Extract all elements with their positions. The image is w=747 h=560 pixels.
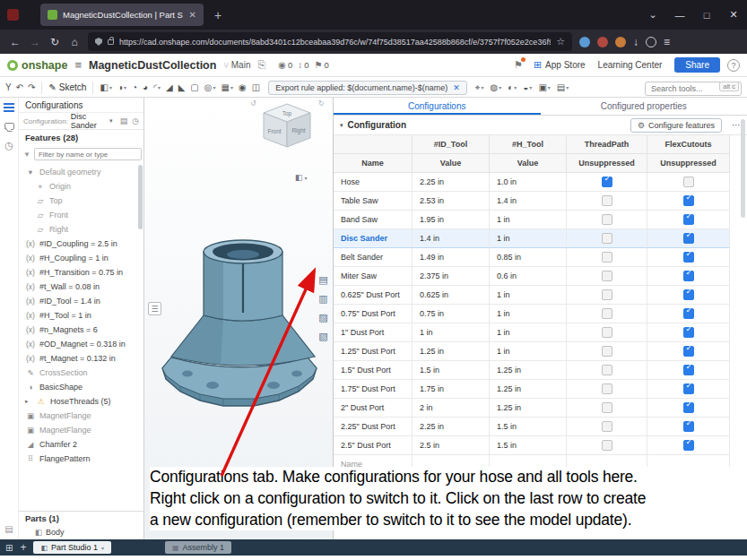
config-name-cell[interactable]: Disc Sander	[334, 229, 413, 248]
bookmark-star-icon[interactable]: ☆	[556, 36, 565, 47]
feature-filter-input[interactable]	[34, 148, 142, 160]
config-row[interactable]: Hose2.25 in1.0 in	[334, 173, 730, 192]
config-name-cell[interactable]: 1" Dust Port	[334, 323, 413, 342]
feature-tree-item[interactable]: ▱Right	[19, 222, 143, 237]
feature-tree-item[interactable]: (x)#ID_Tool = 1.4 in	[19, 294, 143, 308]
undo-icon[interactable]: ↶	[16, 82, 23, 92]
threadpath-checkbox[interactable]	[602, 383, 612, 394]
fillet-icon[interactable]: ◜▾	[153, 82, 161, 92]
h-tool-value-cell[interactable]: 1.25 in	[490, 399, 567, 418]
rotate-ccw-icon[interactable]: ↺	[250, 99, 256, 108]
learning-center-button[interactable]: Learning Center	[598, 60, 663, 70]
downloads-icon[interactable]: ↓	[633, 36, 638, 48]
h-tool-value-cell[interactable]: 1.5 in	[490, 436, 567, 455]
config-row[interactable]: Table Saw2.53 in1.4 in	[334, 192, 730, 211]
config-name-cell[interactable]: 2" Dust Port	[334, 399, 413, 418]
config-row[interactable]: 2.5" Dust Port2.5 in1.5 in	[334, 436, 730, 455]
configure-features-button[interactable]: ⚙ Configure features	[630, 118, 722, 133]
account-icon[interactable]	[646, 37, 656, 47]
flexcutouts-checkbox[interactable]	[683, 195, 694, 206]
feature-tree-item[interactable]: ▱Top	[19, 194, 143, 208]
config-name-cell[interactable]: Band Saw	[334, 211, 413, 229]
view-options-button[interactable]: ◧ ▾	[295, 173, 308, 182]
h-tool-value-cell[interactable]: 1.5 in	[490, 418, 567, 436]
config-name-cell[interactable]: 0.75" Dust Port	[334, 305, 413, 323]
id-tool-value-cell[interactable]: 1.4 in	[413, 229, 490, 248]
id-tool-value-cell[interactable]: 2.375 in	[413, 267, 490, 286]
feature-tree-item[interactable]: ✎CrossSection	[19, 366, 143, 380]
history-panel-icon[interactable]: ◷	[4, 141, 13, 150]
config-row[interactable]: Belt Sander1.49 in0.85 in	[334, 248, 730, 267]
feature-tree-item[interactable]: (x)#ID_Coupling = 2.5 in	[19, 237, 143, 251]
config-name-cell[interactable]: Belt Sander	[334, 248, 413, 267]
config-row[interactable]: Band Saw1.95 in1 in	[334, 211, 730, 229]
doc-stat[interactable]: ↕0	[298, 60, 308, 70]
id-tool-value-cell[interactable]: 1 in	[413, 323, 490, 342]
config-name-cell[interactable]: 0.625" Dust Port	[334, 286, 413, 305]
notification-close-icon[interactable]: ✕	[453, 83, 460, 92]
flexcutouts-checkbox[interactable]	[683, 271, 694, 281]
threadpath-checkbox[interactable]	[602, 440, 612, 451]
extension-blue-icon[interactable]	[579, 37, 590, 47]
threadpath-checkbox[interactable]	[602, 421, 612, 432]
config-name-cell[interactable]: 2.25" Dust Port	[334, 418, 413, 436]
shell-icon[interactable]: ▢	[190, 82, 198, 92]
flexcutouts-checkbox[interactable]	[683, 289, 694, 300]
flexcutouts-checkbox[interactable]	[683, 233, 694, 244]
config-row[interactable]: 1" Dust Port1 in1 in	[334, 323, 730, 342]
config-row[interactable]: 2.25" Dust Port2.25 in1.5 in	[334, 418, 730, 436]
config-row[interactable]: 2" Dust Port2 in1.25 in	[334, 399, 730, 418]
h-tool-value-cell[interactable]: 1.25 in	[490, 380, 567, 399]
named-views-icon[interactable]: ▣▾	[538, 82, 550, 92]
threadpath-checkbox[interactable]	[602, 289, 612, 300]
extrude-icon[interactable]: ◧▾	[100, 82, 111, 92]
view-cube[interactable]: Top Front Right	[259, 101, 315, 151]
mass-properties-icon[interactable]: ◍▾	[491, 82, 502, 92]
appearance-icon[interactable]: ◐▾	[508, 82, 517, 92]
table-scrollbar[interactable]	[741, 119, 745, 460]
threadpath-checkbox[interactable]	[602, 308, 612, 319]
h-tool-value-cell[interactable]: 1 in	[490, 229, 567, 248]
new-tab-button[interactable]: +	[214, 8, 221, 22]
flexcutouts-checkbox[interactable]	[683, 214, 694, 225]
tab-configurations[interactable]: Configurations	[334, 98, 541, 115]
chamfer-icon[interactable]: ◢	[166, 82, 173, 92]
id-tool-value-cell[interactable]: 2 in	[413, 399, 490, 418]
id-tool-value-cell[interactable]: 0.625 in	[413, 286, 490, 305]
id-tool-value-cell[interactable]: 1.75 in	[413, 380, 490, 399]
revolve-icon[interactable]: ◑▾	[117, 82, 126, 92]
more-options-icon[interactable]: ⋯	[732, 120, 741, 130]
h-tool-value-cell[interactable]: 1 in	[490, 342, 567, 361]
extension-orange-icon[interactable]	[615, 37, 626, 47]
rotate-cw-icon[interactable]: ↻	[318, 99, 325, 108]
notifications-flag-icon[interactable]: ⚑	[514, 59, 523, 71]
draft-icon[interactable]: ◣	[178, 82, 186, 92]
document-menu-icon[interactable]: ≡	[74, 58, 82, 72]
id-tool-value-cell[interactable]: 2.5 in	[413, 436, 490, 455]
threadpath-checkbox[interactable]	[602, 214, 612, 225]
threadpath-checkbox[interactable]	[602, 327, 612, 338]
config-row[interactable]: Miter Saw2.375 in0.6 in	[334, 267, 730, 286]
tab-close-icon[interactable]: ✕	[189, 10, 196, 20]
h-tool-value-cell[interactable]: 0.6 in	[490, 267, 567, 286]
view-cube-right-label[interactable]: Right	[291, 127, 305, 134]
browser-app-icon[interactable]	[7, 9, 19, 21]
flexcutouts-checkbox[interactable]	[683, 383, 694, 394]
h-tool-value-cell[interactable]: 0.85 in	[490, 248, 567, 267]
parts-header[interactable]: Parts (1)	[19, 511, 143, 525]
h-tool-value-cell[interactable]: 1 in	[490, 305, 567, 323]
config-name-cell[interactable]: Table Saw	[334, 192, 413, 211]
flexcutouts-checkbox[interactable]	[683, 365, 694, 375]
config-row[interactable]: 1.5" Dust Port1.5 in1.25 in	[334, 361, 730, 380]
onshape-logo[interactable]: onshape	[7, 59, 67, 72]
flexcutouts-checkbox[interactable]	[683, 402, 694, 413]
h-tool-value-cell[interactable]: 1 in	[490, 323, 567, 342]
part-model[interactable]	[153, 230, 324, 422]
flexcutouts-checkbox[interactable]	[683, 252, 694, 263]
feature-tree-item[interactable]: ◑BasicShape	[19, 380, 143, 394]
flexcutouts-checkbox[interactable]	[683, 177, 694, 187]
feature-tree-scrollbar[interactable]	[138, 165, 143, 498]
flexcutouts-checkbox[interactable]	[683, 346, 694, 357]
feature-tree-item[interactable]: ⌖Origin	[19, 179, 143, 194]
h-tool-value-cell[interactable]: 1 in	[490, 211, 567, 229]
